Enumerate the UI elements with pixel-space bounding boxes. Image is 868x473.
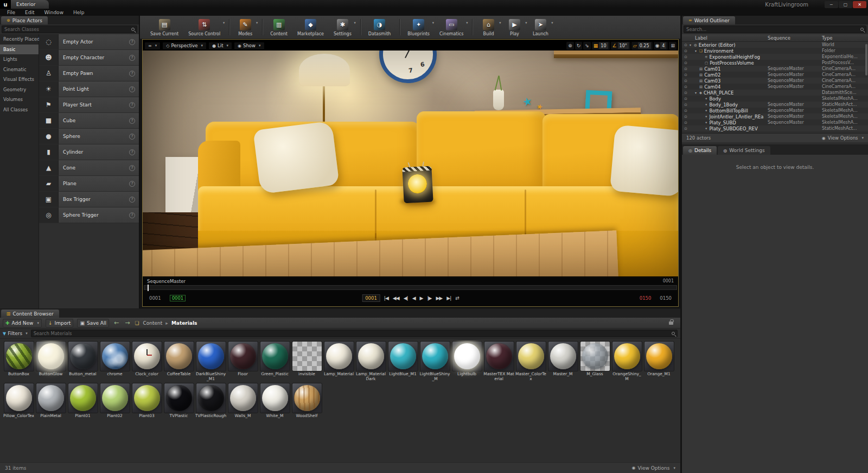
asset-item[interactable]: Walls_M: [227, 383, 259, 423]
asset-item[interactable]: Floor: [227, 342, 259, 381]
asset-item[interactable]: Pillow_ColorTex: [3, 383, 35, 423]
breadcrumb-item[interactable]: Content: [143, 320, 171, 326]
outliner-search-box[interactable]: [684, 26, 866, 33]
asset-item[interactable]: TVPlastic: [163, 383, 195, 423]
place-actor-item[interactable]: ◎ Sphere Trigger: [39, 207, 139, 223]
expand-arrow-icon[interactable]: ▾: [695, 49, 699, 53]
visibility-eye-icon[interactable]: [682, 73, 690, 77]
asset-item[interactable]: Master_M: [547, 342, 579, 381]
visibility-eye-icon[interactable]: [682, 55, 690, 59]
help-icon[interactable]: [129, 134, 135, 140]
viewport-tool[interactable]: ▱ 0.25: [631, 42, 653, 50]
outliner-scrollbar[interactable]: [865, 44, 867, 75]
perspective-button[interactable]: ◇ Perspective: [162, 42, 207, 50]
asset-item[interactable]: CoffeeTable: [163, 342, 195, 381]
menu-item[interactable]: File: [2, 10, 20, 15]
level-tab[interactable]: Exterior: [11, 0, 49, 9]
help-icon[interactable]: [129, 55, 135, 61]
asset-item[interactable]: ButtonGlow: [35, 342, 67, 381]
add-new-button[interactable]: ✚ Add New: [3, 319, 42, 327]
menu-item[interactable]: Help: [68, 10, 90, 15]
toolbar-button[interactable]: ◑ Datasmith: [363, 16, 396, 38]
content-browser-tab[interactable]: ▥ Content Browser: [1, 310, 59, 318]
asset-item[interactable]: Green_Plastic: [259, 342, 291, 381]
menu-item[interactable]: Window: [40, 10, 69, 15]
toolbar-button[interactable]: ⌂ Build: [475, 16, 501, 38]
sequencer-timeline[interactable]: [144, 285, 677, 290]
help-icon[interactable]: [129, 197, 135, 203]
place-actor-item[interactable]: ♙ Empty Pawn: [39, 66, 139, 81]
asset-item[interactable]: PlainMetal: [35, 383, 67, 423]
outliner-search-input[interactable]: [686, 27, 859, 32]
current-frame-field[interactable]: 0001: [362, 294, 380, 302]
column-label[interactable]: Label: [682, 35, 768, 41]
place-actor-item[interactable]: ● Sphere: [39, 129, 139, 144]
outliner-row[interactable]: ▤ Cam04 SequenceMaster CineCameraA...: [682, 84, 868, 90]
visibility-eye-icon[interactable]: [682, 109, 690, 113]
transport-button[interactable]: |▶: [427, 295, 431, 301]
transport-button[interactable]: ◀◀: [393, 295, 399, 301]
asset-item[interactable]: invisible: [291, 342, 323, 381]
viewport-tool-value[interactable]: 10°: [618, 42, 629, 49]
column-sequence[interactable]: Sequence: [768, 35, 822, 41]
toolbar-button[interactable]: ✱ Settings: [329, 16, 356, 38]
visibility-eye-icon[interactable]: [682, 67, 690, 71]
viewport-tool-value[interactable]: 0.25: [638, 42, 651, 49]
view-options-button[interactable]: ◉ View Options: [632, 465, 675, 471]
help-icon[interactable]: [129, 149, 135, 155]
actor-category-item[interactable]: Visual Effects: [0, 74, 39, 85]
transport-button[interactable]: ▶: [420, 295, 423, 301]
asset-item[interactable]: Lightbulb: [451, 342, 483, 381]
visibility-eye-icon[interactable]: [682, 127, 690, 131]
place-actor-item[interactable]: ☻ Empty Character: [39, 50, 139, 66]
details-tab[interactable]: ◎ Details: [683, 146, 717, 155]
viewport-tool-value[interactable]: 4: [660, 42, 666, 49]
actor-category-item[interactable]: Cinematic: [0, 65, 39, 75]
transport-button[interactable]: ▶▶: [436, 295, 442, 301]
search-classes-input[interactable]: [4, 27, 130, 32]
viewport-tool[interactable]: ∠ 10°: [611, 42, 630, 50]
outliner-row[interactable]: ✦ Platy_SUBDGEO_REV StaticMeshAct...: [682, 125, 868, 131]
asset-item[interactable]: MasterTEX Material: [483, 342, 515, 381]
help-icon[interactable]: [129, 71, 135, 77]
outliner-row[interactable]: ▤ Cam01 SequenceMaster CineCameraA...: [682, 66, 868, 72]
visibility-eye-icon[interactable]: [682, 121, 690, 125]
help-icon[interactable]: [129, 39, 135, 45]
world-outliner-tab[interactable]: ≡ World Outliner: [683, 16, 735, 24]
help-icon[interactable]: [129, 181, 135, 187]
viewport-tool[interactable]: ⊞: [669, 42, 676, 50]
lit-mode-button[interactable]: ● Lit: [208, 42, 232, 50]
help-icon[interactable]: [129, 212, 135, 218]
actor-category-item[interactable]: Volumes: [0, 94, 39, 105]
toolbar-button[interactable]: ▥ Content: [265, 16, 292, 38]
asset-item[interactable]: ButtonBox: [3, 342, 35, 381]
outliner-row[interactable]: ✦ Platy_SUBD SequenceMaster SkeletalMesh…: [682, 119, 868, 125]
column-type[interactable]: Type: [822, 35, 868, 41]
place-actor-item[interactable]: ▮ Cylinder: [39, 144, 139, 160]
search-assets-box[interactable]: [31, 330, 678, 337]
place-actor-item[interactable]: ☀ Point Light: [39, 81, 139, 97]
toolbar-button[interactable]: ➤ Launch: [527, 16, 553, 38]
visibility-eye-icon[interactable]: [682, 91, 690, 95]
expand-arrow-icon[interactable]: ▾: [690, 43, 694, 47]
search-assets-input[interactable]: [34, 331, 670, 336]
forward-arrow-icon[interactable]: →: [124, 319, 131, 326]
visibility-eye-icon[interactable]: [682, 43, 690, 47]
window-control-button[interactable]: ─: [825, 1, 838, 8]
toolbar-button[interactable]: ⇅ Source Control: [183, 16, 225, 38]
expand-arrow-icon[interactable]: ▾: [695, 91, 699, 94]
place-actor-item[interactable]: ◌ Empty Actor: [39, 34, 139, 50]
place-actor-item[interactable]: ▣ Box Trigger: [39, 192, 139, 207]
asset-item[interactable]: TVPlasticRough: [195, 383, 227, 423]
playback-start-frame[interactable]: 0001: [170, 295, 186, 301]
asset-item[interactable]: Plant03: [131, 383, 163, 423]
outliner-row[interactable]: ✦ BottomBillTopBill SequenceMaster Skele…: [682, 108, 868, 113]
outliner-row[interactable]: ▾ ❏ Environment Folder: [682, 48, 868, 54]
toolbar-button[interactable]: ▶ Play: [501, 16, 527, 38]
asset-item[interactable]: LightBlue_M1: [387, 342, 419, 381]
actor-category-item[interactable]: All Classes: [0, 105, 39, 115]
asset-item[interactable]: DarkBlueShiny_M1: [195, 342, 227, 381]
help-icon[interactable]: [129, 102, 135, 108]
playback-end-frame[interactable]: 0150: [640, 295, 652, 301]
toolbar-button[interactable]: ✦ Blueprints: [403, 16, 435, 38]
